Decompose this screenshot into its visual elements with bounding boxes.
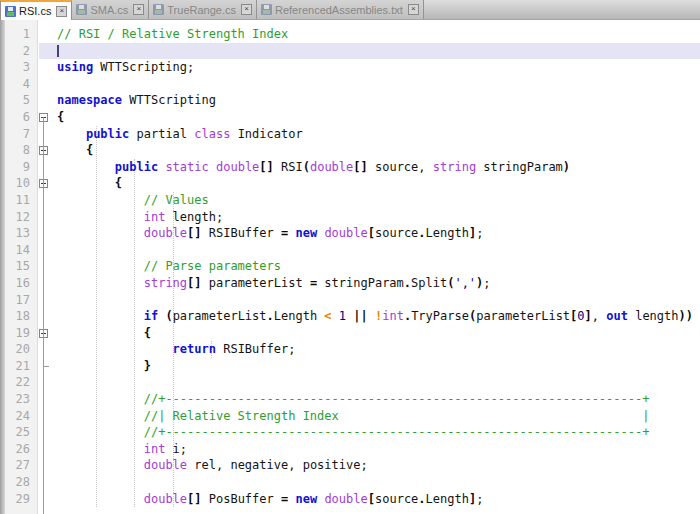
code-line[interactable]: // Values: [57, 192, 700, 209]
code-line[interactable]: namespace WTTScripting: [57, 92, 700, 109]
token-pl: [57, 326, 144, 340]
token-pl: ;: [476, 492, 483, 506]
editor-area[interactable]: 1234567891011121314151617181920212223242…: [0, 20, 700, 514]
tab-truerange-cs[interactable]: TrueRange.cs×: [149, 0, 257, 19]
token-pl: Length: [274, 309, 325, 323]
token-pl: [57, 409, 144, 423]
code-line[interactable]: //| Relative Strength Index |: [57, 408, 700, 425]
token-kw: return: [173, 342, 216, 356]
code-line[interactable]: double[] RSIBuffer = new double[source.L…: [57, 225, 700, 242]
token-br: []: [259, 160, 273, 174]
tab-close-button[interactable]: ×: [241, 4, 252, 15]
code-line[interactable]: using WTTScripting;: [57, 59, 700, 76]
token-br: ]: [585, 309, 592, 323]
token-pl: Indicator: [230, 127, 302, 141]
token-pl: i;: [165, 442, 187, 456]
token-kw: new: [295, 492, 317, 506]
code-line[interactable]: [57, 374, 700, 391]
code-line[interactable]: return RSIBuffer;: [57, 341, 700, 358]
code-line[interactable]: // Parse parameters: [57, 258, 700, 275]
token-pl: [57, 442, 144, 456]
code-line[interactable]: int i;: [57, 441, 700, 458]
code-line[interactable]: {: [57, 325, 700, 342]
code-line[interactable]: string[] parameterList = stringParam.Spl…: [57, 275, 700, 292]
line-number: 24: [5, 408, 37, 425]
line-number-gutter: 1234567891011121314151617181920212223242…: [5, 20, 38, 514]
token-pl: [332, 309, 339, 323]
tab-rsi-cs[interactable]: RSI.cs×: [0, 0, 72, 20]
line-number: 7: [5, 126, 37, 143]
tab-referencedassemblies-txt[interactable]: ReferencedAssemblies.txt×: [257, 0, 424, 19]
token-nm: ',': [454, 276, 476, 290]
code-line[interactable]: [57, 292, 700, 309]
token-kw: using: [57, 60, 93, 74]
line-number: 9: [5, 159, 37, 176]
tab-close-button[interactable]: ×: [408, 4, 419, 15]
token-br: .: [404, 276, 411, 290]
floppy-disk-icon: [153, 4, 164, 15]
code-line[interactable]: [57, 76, 700, 93]
token-pl: parameterList: [202, 276, 310, 290]
code-editor-window: RSI.cs×SMA.cs×TrueRange.cs×ReferencedAss…: [0, 0, 700, 514]
code-line[interactable]: if (parameterList.Length < 1 || !int.Try…: [57, 308, 700, 325]
line-number: 29: [5, 491, 37, 508]
token-br: (: [165, 309, 172, 323]
code-line[interactable]: public static double[] RSI(double[] sour…: [57, 159, 700, 176]
token-pl: rel, negative, positive;: [187, 458, 368, 472]
token-pl: [57, 259, 144, 273]
line-number: 8: [5, 142, 37, 159]
code-line[interactable]: //+-------------------------------------…: [57, 391, 700, 408]
token-pl: Split: [411, 276, 447, 290]
token-cm: //+-------------------------------------…: [144, 425, 650, 439]
token-pl: parameterList: [173, 309, 267, 323]
token-br: []: [353, 160, 367, 174]
token-nm: 1: [339, 309, 346, 323]
token-pl: [57, 226, 144, 240]
code-line[interactable]: [57, 474, 700, 491]
code-line[interactable]: }: [57, 358, 700, 375]
token-br: [: [368, 226, 375, 240]
token-pl: length: [628, 309, 679, 323]
code-line[interactable]: {: [57, 109, 700, 126]
line-number: 18: [5, 308, 37, 325]
code-line[interactable]: //+-------------------------------------…: [57, 424, 700, 441]
floppy-disk-icon: [261, 4, 272, 15]
token-br: }: [144, 359, 151, 373]
token-pl: [57, 193, 144, 207]
code-line[interactable]: {: [57, 142, 700, 159]
line-number: 22: [5, 374, 37, 391]
token-pl: [57, 359, 144, 373]
tab-close-button[interactable]: ×: [133, 4, 144, 15]
token-ty: double: [216, 160, 259, 174]
code-text-area[interactable]: // RSI / Relative Strength Indexusing WT…: [56, 20, 700, 514]
token-ty: int: [144, 210, 166, 224]
token-ty: string: [433, 160, 476, 174]
code-line[interactable]: int length;: [57, 209, 700, 226]
code-line[interactable]: // RSI / Relative Strength Index: [57, 26, 700, 43]
line-number: 25: [5, 424, 37, 441]
code-line[interactable]: [57, 242, 700, 259]
token-pl: RSIBuffer;: [216, 342, 295, 356]
token-kw: public: [86, 127, 129, 141]
code-line[interactable]: [57, 43, 700, 60]
token-pl: [57, 392, 144, 406]
token-br: ): [563, 160, 570, 174]
tab-sma-cs[interactable]: SMA.cs×: [72, 0, 149, 19]
token-pl: [57, 176, 115, 190]
code-line[interactable]: double rel, negative, positive;: [57, 457, 700, 474]
token-br: {: [57, 110, 64, 124]
line-number: 17: [5, 292, 37, 309]
code-line[interactable]: public partial class Indicator: [57, 126, 700, 143]
token-pl: Length: [426, 226, 469, 240]
tab-label: TrueRange.cs: [167, 4, 236, 16]
token-pl: ;: [476, 226, 483, 240]
token-pl: [57, 342, 173, 356]
code-line[interactable]: double[] PosBuffer = new double[source.L…: [57, 491, 700, 508]
token-ty: int: [382, 309, 404, 323]
token-ty: double: [144, 458, 187, 472]
tab-close-button[interactable]: ×: [56, 6, 67, 17]
token-pl: [57, 276, 144, 290]
code-line[interactable]: {: [57, 175, 700, 192]
line-number: 19: [5, 325, 37, 342]
line-number: 13: [5, 225, 37, 242]
